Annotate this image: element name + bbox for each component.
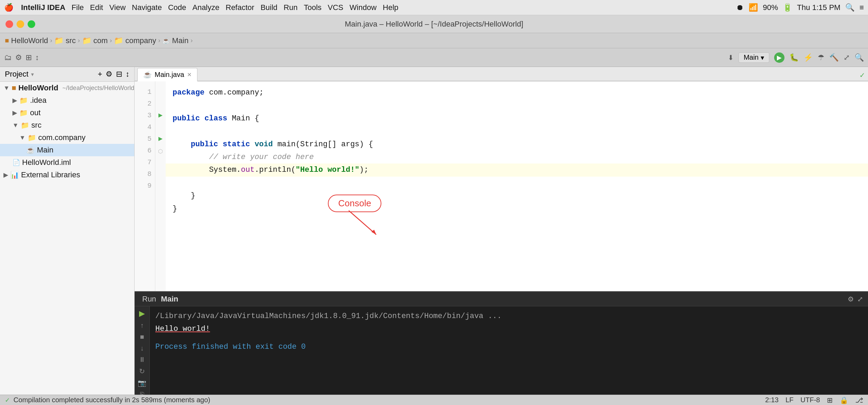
breadcrumb-com[interactable]: com [94,36,108,45]
build-button[interactable]: 🔨 [829,53,839,62]
debug-button[interactable]: 🐛 [789,53,799,62]
run-button[interactable]: ▶ [774,52,784,63]
git-icon[interactable]: ⎇ [855,396,863,404]
sidebar-item-out[interactable]: ▶ 📁 out [0,107,134,119]
menu-navigate[interactable]: Navigate [132,3,162,12]
collapse-icon[interactable]: ↕ [35,53,39,62]
sidebar-item-external-libs[interactable]: ▶ 📊 External Libraries [0,169,134,181]
run-class-arrow[interactable]: ▶ [158,110,163,121]
line-separator[interactable]: LF [786,396,793,404]
console-expand-icon[interactable]: ⤢ [857,295,863,303]
sidebar-company-label: com.company [38,133,86,142]
control-center-icon[interactable]: ≡ [859,3,864,12]
breadcrumb-company[interactable]: company [125,36,156,45]
menu-help[interactable]: Help [383,3,398,12]
menu-vcs[interactable]: VCS [328,3,343,12]
tab-java-icon: ☕ [143,70,152,79]
sidebar-new-icon[interactable]: + [98,70,102,79]
menu-file[interactable]: File [71,3,84,12]
menu-view[interactable]: View [109,3,126,12]
menu-edit[interactable]: Edit [90,3,103,12]
menu-analyze[interactable]: Analyze [192,3,219,12]
console-copy-button[interactable]: ⎘ [140,391,144,395]
console-pause-button[interactable]: ⏸ [139,356,146,364]
bookmark-icon: ⬡ [158,148,163,155]
sidebar-header: Project ▾ + ⚙ ⊟ ↕ [0,67,134,82]
run-config-label: Main [744,53,759,61]
console-run-button[interactable]: ▶ [139,309,145,318]
status-check-icon: ✓ [5,396,10,404]
screen-recording-icon: ⏺ [736,3,744,12]
run-config-dropdown[interactable]: Main ▾ [739,52,769,63]
breadcrumb-sep-3: › [110,37,112,44]
out-folder-icon: 📁 [19,109,28,117]
sidebar-item-main[interactable]: ☕ Main [0,144,134,156]
ext-libs-arrow-icon: ▶ [3,171,8,179]
console-wrap-button[interactable]: ↻ [139,367,145,375]
editor-tab-main-java[interactable]: ☕ Main.java ✕ [137,68,197,81]
run-label[interactable]: Run [142,295,156,304]
console-scroll-down-button[interactable]: ↓ [140,344,144,352]
encoding-label[interactable]: UTF-8 [800,396,820,404]
tab-filename: Main.java [155,71,184,79]
sidebar-ext-libs-label: External Libraries [21,170,80,179]
sidebar-collapse-all-icon[interactable]: ↕ [126,70,129,79]
sidebar-src-label: src [31,121,41,130]
console-camera-button[interactable]: 📷 [138,379,146,387]
console-toolbar: Run Main ⚙ ⤢ [135,292,868,306]
gutter: ▶ ▶ ⬡ [155,81,166,291]
sidebar-settings-icon[interactable]: ⚙ [106,70,113,79]
breadcrumb-helloworld[interactable]: HelloWorld [11,36,48,45]
expand-arrow-icon: ▼ [3,85,10,92]
sidebar-item-helloworld-iml[interactable]: 📄 HelloWorld.iml [0,156,134,169]
menu-run[interactable]: Run [284,3,298,12]
menu-tools[interactable]: Tools [304,3,321,12]
sidebar-item-idea[interactable]: ▶ 📁 .idea [0,94,134,107]
project-tree-icon[interactable]: 🗂 [4,53,12,62]
console-stop-button[interactable]: ■ [140,333,144,341]
src-arrow-icon: ▼ [12,122,19,129]
company-arrow-icon: ▼ [19,134,26,141]
layout-icon[interactable]: ⊞ [26,53,32,62]
coverage-button[interactable]: ☂ [818,53,825,62]
console-text-output: /Library/Java/JavaVirtualMachines/jdk1.8… [150,306,868,395]
menu-window[interactable]: Window [350,3,377,12]
sidebar-item-helloworld[interactable]: ▼ ■ HelloWorld ~/IdeaProjects/HelloWorld [0,82,134,94]
expand-button[interactable]: ⤢ [843,53,850,62]
close-button[interactable] [6,20,13,28]
search-everywhere-button[interactable]: 🔍 [855,53,864,62]
search-icon[interactable]: 🔍 [845,3,855,12]
iml-file-icon: 📄 [12,159,20,166]
console-scroll-up-button[interactable]: ↑ [140,322,144,329]
cursor-position[interactable]: 2:13 [765,396,779,404]
breadcrumb-src[interactable]: src [66,36,76,45]
run-main-arrow[interactable]: ▶ [158,133,163,145]
indent-icon[interactable]: ⊞ [827,396,833,404]
tab-close-button[interactable]: ✕ [187,71,192,78]
menu-intellij[interactable]: IntelliJ IDEA [21,3,65,12]
console-settings-icon[interactable]: ⚙ [848,295,854,303]
idea-folder-icon: 📁 [19,96,28,105]
code-pane[interactable]: package com.company; public class Main {… [166,81,868,291]
editor-content[interactable]: 1 2 3 4 5 6 7 8 9 ▶ ▶ [135,81,868,291]
menu-code[interactable]: Code [168,3,186,12]
title-bar: Main.java – HelloWorld – [~/IdeaProjects… [0,15,868,33]
main-tab-label[interactable]: Main [161,295,178,304]
sidebar-item-company[interactable]: ▼ 📁 com.company [0,131,134,144]
console-process-line: Process finished with exit code 0 [155,340,862,353]
menu-refactor[interactable]: Refactor [226,3,254,12]
menu-build[interactable]: Build [261,3,277,12]
minimize-button[interactable] [17,20,24,28]
sidebar-layout-icon[interactable]: ⊟ [116,70,122,79]
breadcrumb-main[interactable]: Main [172,36,188,45]
sidebar-header-arrow: ▾ [31,71,34,78]
maximize-button[interactable] [28,20,35,28]
console-body: ▶ ↑ ■ ↓ ⏸ ↻ 📷 ⎘ » /Library/Java/JavaVirt… [135,306,868,395]
sidebar-project-path: ~/IdeaProjects/HelloWorld [62,85,134,92]
apple-logo-icon[interactable]: 🍎 [4,3,13,12]
settings-icon[interactable]: ⚙ [15,53,22,62]
sidebar-item-src[interactable]: ▼ 📁 src [0,119,134,131]
status-message: Compilation completed successfully in 2s… [13,396,210,404]
green-down-arrow-icon[interactable]: ⬇ [728,53,734,62]
profile-button[interactable]: ⚡ [803,53,813,62]
